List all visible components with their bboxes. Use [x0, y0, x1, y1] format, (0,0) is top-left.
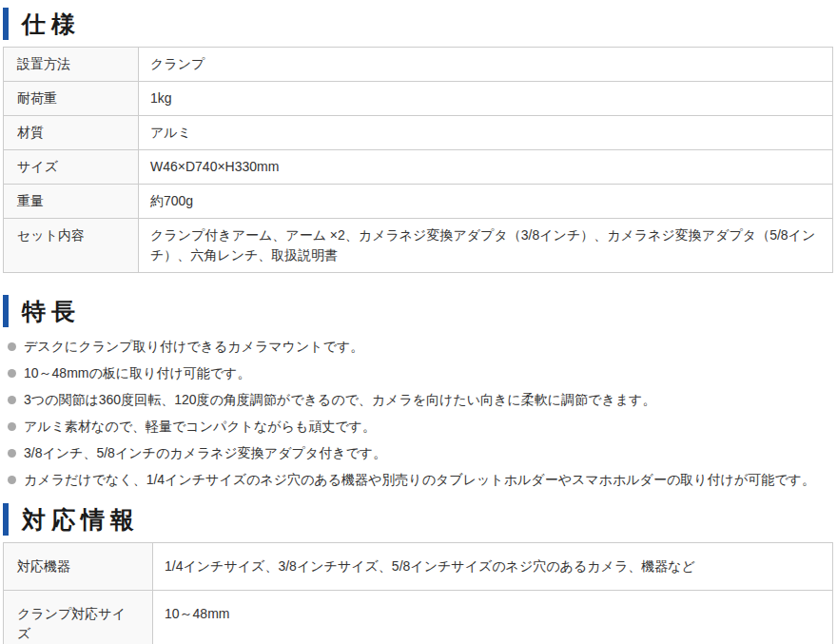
- features-section-title: 特長: [3, 295, 833, 327]
- row-value: クランプ: [139, 48, 833, 82]
- feature-text: アルミ素材なので、軽量でコンパクトながらも頑丈です。: [24, 420, 376, 434]
- table-row: 材質 アルミ: [4, 116, 833, 150]
- feature-text: デスクにクランプ取り付けできるカメラマウントです。: [24, 340, 363, 354]
- section-spec: 仕様 設置方法 クランプ 耐荷重 1kg 材質 アルミ サイズ W46×D740…: [3, 8, 833, 273]
- row-label: 耐荷重: [4, 82, 139, 116]
- feature-text: 10～48mmの板に取り付け可能です。: [24, 366, 250, 381]
- row-value: アルミ: [139, 116, 833, 150]
- list-item: アルミ素材なので、軽量でコンパクトながらも頑丈です。: [8, 420, 833, 434]
- row-label: 重量: [4, 185, 139, 219]
- section-compatibility: 対応情報 対応機器 1/4インチサイズ、3/8インチサイズ、5/8インチサイズの…: [3, 503, 833, 644]
- row-value: W46×D740×H330mm: [139, 150, 833, 185]
- list-item: 3/8インチ、5/8インチのカメラネジ変換アダプタ付きです。: [8, 446, 833, 460]
- table-row: サイズ W46×D740×H330mm: [4, 150, 833, 185]
- section-features: 特長 デスクにクランプ取り付けできるカメラマウントです。 10～48mmの板に取…: [3, 295, 833, 487]
- list-item: 3つの関節は360度回転、120度の角度調節ができるので、カメラを向けたい向きに…: [8, 393, 833, 407]
- row-value: クランプ付きアーム、アーム ×2、カメラネジ変換アダプタ（3/8インチ）、カメラ…: [139, 219, 833, 273]
- row-label: クランプ対応サイズ: [4, 591, 153, 644]
- table-row: セット内容 クランプ付きアーム、アーム ×2、カメラネジ変換アダプタ（3/8イン…: [4, 219, 833, 273]
- row-label: サイズ: [4, 150, 139, 185]
- feature-text: 3つの関節は360度回転、120度の角度調節ができるので、カメラを向けたい向きに…: [24, 393, 655, 407]
- row-value: 1kg: [139, 82, 833, 116]
- bullet-icon: [8, 449, 16, 458]
- bullet-icon: [8, 422, 16, 431]
- bullet-icon: [8, 369, 16, 378]
- table-row: クランプ対応サイズ 10～48mm: [4, 591, 833, 644]
- feature-text: 3/8インチ、5/8インチのカメラネジ変換アダプタ付きです。: [24, 446, 386, 460]
- row-label: 設置方法: [4, 48, 139, 82]
- bullet-icon: [8, 342, 16, 351]
- compatibility-section-title: 対応情報: [3, 503, 833, 536]
- bullet-icon: [8, 396, 16, 404]
- row-value: 約700g: [139, 185, 833, 219]
- list-item: デスクにクランプ取り付けできるカメラマウントです。: [8, 340, 833, 354]
- table-row: 耐荷重 1kg: [4, 82, 833, 116]
- row-label: 対応機器: [4, 543, 153, 591]
- table-row: 重量 約700g: [4, 185, 833, 219]
- row-label: 材質: [4, 116, 139, 150]
- spec-section-title: 仕様: [3, 8, 833, 40]
- spec-table: 設置方法 クランプ 耐荷重 1kg 材質 アルミ サイズ W46×D740×H3…: [3, 47, 833, 273]
- table-row: 設置方法 クランプ: [4, 48, 833, 82]
- row-value: 10～48mm: [153, 591, 833, 644]
- bullet-icon: [8, 476, 16, 484]
- table-row: 対応機器 1/4インチサイズ、3/8インチサイズ、5/8インチサイズのネジ穴のあ…: [4, 543, 833, 591]
- product-spec-page: 仕様 設置方法 クランプ 耐荷重 1kg 材質 アルミ サイズ W46×D740…: [0, 0, 837, 644]
- feature-text: カメラだけでなく、1/4インチサイズのネジ穴のある機器や別売りのタブレットホルダ…: [24, 473, 815, 487]
- row-value: 1/4インチサイズ、3/8インチサイズ、5/8インチサイズのネジ穴のあるカメラ、…: [153, 543, 833, 591]
- compatibility-table: 対応機器 1/4インチサイズ、3/8インチサイズ、5/8インチサイズのネジ穴のあ…: [3, 542, 833, 644]
- row-label: セット内容: [4, 219, 139, 273]
- list-item: カメラだけでなく、1/4インチサイズのネジ穴のある機器や別売りのタブレットホルダ…: [8, 473, 833, 487]
- list-item: 10～48mmの板に取り付け可能です。: [8, 366, 833, 381]
- feature-list: デスクにクランプ取り付けできるカメラマウントです。 10～48mmの板に取り付け…: [3, 340, 833, 487]
